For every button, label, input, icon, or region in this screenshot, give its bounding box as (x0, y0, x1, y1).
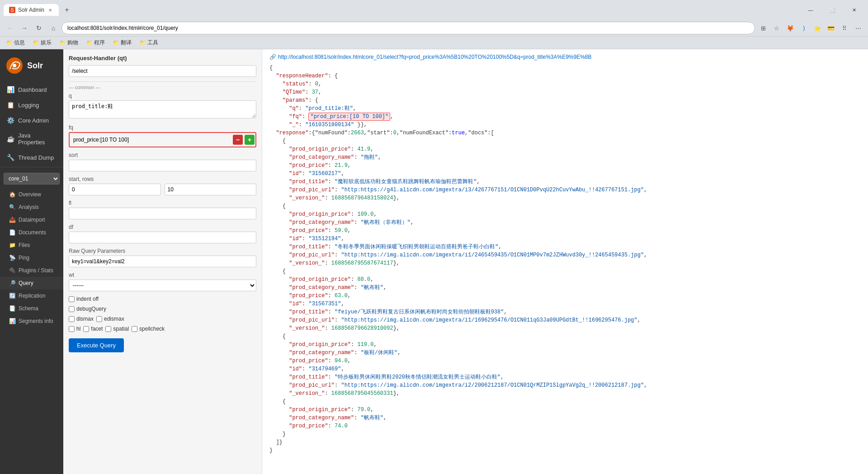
fq-add-button[interactable]: + (245, 135, 255, 145)
tab-title: Solr Admin (18, 7, 44, 13)
spatial-checkbox[interactable]: spatial (105, 326, 129, 332)
replication-icon: 🔄 (9, 293, 16, 299)
results-url-link[interactable]: http://localhost:8081/solr/index.htmlcor… (278, 54, 592, 60)
sidebar-item-thread-dump[interactable]: 🔧 Thread Dump (0, 150, 63, 165)
new-tab-button[interactable]: + (61, 4, 73, 16)
address-bar[interactable] (61, 22, 755, 34)
home-button[interactable]: ⌂ (47, 22, 60, 34)
bookmark-folder-icon: 📁 (60, 40, 66, 46)
reload-button[interactable]: ↻ (33, 22, 45, 34)
bookmark-entertainment[interactable]: 📁 娱乐 (30, 38, 54, 47)
q-input[interactable] (69, 100, 256, 118)
wallet-icon[interactable]: 💳 (825, 22, 837, 34)
sidebar-item-plugins[interactable]: 🔌 Plugins / Stats (0, 264, 63, 277)
sidebar-item-files[interactable]: 📁 Files (0, 239, 63, 251)
close-button[interactable]: ✕ (844, 3, 864, 17)
sidebar-item-query[interactable]: 🔎 Query (0, 277, 63, 289)
indent-off-checkbox[interactable]: indent off (69, 296, 99, 302)
facet-checkbox[interactable]: facet (83, 326, 103, 332)
execute-query-button[interactable]: Execute Query (69, 338, 124, 352)
bookmark-label: 娱乐 (41, 39, 52, 47)
fq-row: − + (69, 132, 256, 147)
raw-params-input[interactable] (69, 256, 256, 267)
app-container: Solr 📊 Dashboard 📋 Logging ⚙️ Core Admin… (0, 49, 868, 474)
main-content: Request-Handler (qt) — common — q fq − + (63, 49, 868, 474)
dismax-checkbox[interactable]: dismax (69, 316, 94, 322)
spellcheck-checkbox[interactable]: spellcheck (132, 326, 165, 332)
spellcheck-label: spellcheck (139, 326, 165, 332)
results-panel: 🔗 http://localhost:8081/solr/index.htmlc… (262, 49, 868, 474)
bookmark-programs[interactable]: 📁 程序 (84, 38, 108, 47)
link-icon: 🔗 (269, 54, 276, 60)
sidebar-section-label: Overview (19, 191, 41, 198)
request-handler-input[interactable] (69, 65, 256, 77)
dataimport-icon: 📥 (9, 217, 16, 223)
more-icon[interactable]: ⋯ (852, 22, 864, 34)
sidebar-item-ping[interactable]: 📡 Ping (0, 251, 63, 264)
sidebar-item-documents[interactable]: 📄 Documents (0, 226, 63, 239)
edismax-label: edismax (104, 316, 124, 322)
firefox-icon[interactable]: 🦊 (784, 22, 797, 34)
sidebar-item-analysis[interactable]: 🔍 Analysis (0, 201, 63, 213)
start-rows-inputs (69, 184, 256, 195)
solr-logo: Solr (0, 49, 63, 82)
sidebar-item-segments[interactable]: 📊 Segments info (0, 315, 63, 327)
sidebar-item-logging[interactable]: 📋 Logging (0, 97, 63, 113)
sidebar-section-label: Replication (19, 293, 45, 299)
bookmark-label: 工具 (147, 39, 158, 47)
bookmark-folder-icon: 📁 (86, 40, 93, 46)
sidebar-item-java-properties[interactable]: ☕ Java Properties (0, 128, 63, 150)
request-handler-label: Request-Handler (qt) (69, 55, 256, 62)
results-url: 🔗 http://localhost:8081/solr/index.htmlc… (269, 54, 861, 60)
tab-close-button[interactable]: ✕ (47, 7, 53, 13)
wt-select[interactable]: ------ json xml csv python ruby php phps… (69, 280, 256, 291)
rows-input[interactable] (165, 184, 257, 195)
hl-checkbox[interactable]: hl (69, 326, 80, 332)
apps-icon[interactable]: ⠿ (838, 22, 851, 34)
core-selector[interactable]: core_01 (4, 173, 60, 185)
edge-icon[interactable]: ⟩ (797, 22, 810, 34)
edismax-checkbox[interactable]: edismax (96, 316, 124, 322)
fq-remove-button[interactable]: − (233, 135, 243, 145)
sidebar-item-overview[interactable]: 🏠 Overview (0, 188, 63, 201)
query-form: Request-Handler (qt) — common — q fq − + (63, 49, 262, 474)
maximize-button[interactable]: ⬜ (822, 3, 843, 17)
translate-icon[interactable]: ⊞ (757, 22, 769, 34)
browser-tab[interactable]: S Solr Admin ✕ (4, 4, 59, 16)
bookmark-label: 信息 (14, 39, 25, 47)
bookmark-folder-icon: 📁 (140, 40, 146, 46)
bookmark-shopping[interactable]: 📁 购物 (57, 38, 81, 47)
sort-group: sort (69, 152, 256, 171)
sort-input[interactable] (69, 160, 256, 171)
logging-icon: 📋 (7, 101, 14, 109)
back-button[interactable]: ← (4, 22, 16, 34)
spatial-label: spatial (113, 326, 129, 332)
sidebar-section-label: Files (19, 242, 30, 248)
fq-input[interactable] (71, 134, 231, 146)
sidebar-item-label: Dashboard (18, 86, 47, 93)
forward-button[interactable]: → (18, 22, 31, 34)
bookmark-translate[interactable]: 📁 翻译 (110, 38, 134, 47)
start-input[interactable] (69, 184, 161, 195)
query-icon: 🔎 (9, 280, 16, 286)
common-section-label: — common — (69, 81, 256, 90)
debug-query-checkbox[interactable]: debugQuery (69, 306, 106, 312)
sidebar-item-replication[interactable]: 🔄 Replication (0, 289, 63, 302)
bookmark-info[interactable]: 📁 信息 (4, 38, 28, 47)
sidebar-item-core-admin[interactable]: ⚙️ Core Admin (0, 113, 63, 128)
bookmark-tools[interactable]: 📁 工具 (137, 38, 161, 47)
sidebar: Solr 📊 Dashboard 📋 Logging ⚙️ Core Admin… (0, 49, 63, 474)
star-icon[interactable]: ☆ (770, 22, 783, 34)
bookmark-icon[interactable]: ⭐ (811, 22, 824, 34)
minimize-button[interactable]: — (800, 3, 821, 17)
sidebar-item-schema[interactable]: 📑 Schema (0, 302, 63, 315)
facet-label: facet (91, 326, 103, 332)
checkbox-group-4: hl facet spatial spellcheck (69, 326, 256, 332)
df-input[interactable] (69, 232, 256, 243)
sidebar-item-dataimport[interactable]: 📥 Dataimport (0, 213, 63, 226)
wt-label: wt (69, 272, 256, 278)
sidebar-item-dashboard[interactable]: 📊 Dashboard (0, 82, 63, 97)
q-group: q (69, 93, 256, 120)
fl-input[interactable] (69, 208, 256, 219)
bookmark-folder-icon: 📁 (6, 40, 13, 46)
